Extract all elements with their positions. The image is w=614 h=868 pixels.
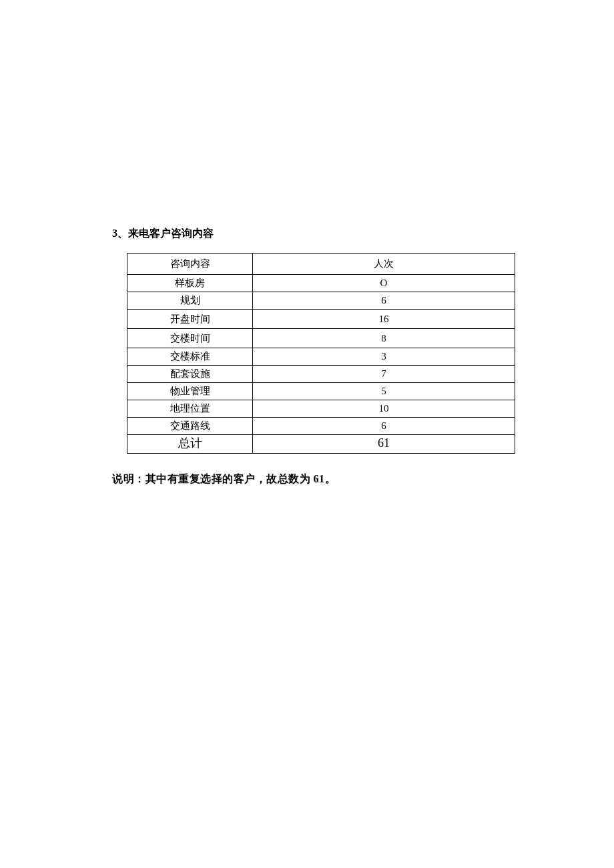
row-label: 样板房 (127, 275, 253, 292)
row-value: 3 (253, 348, 515, 366)
table-header-row: 咨询内容 人次 (127, 254, 515, 275)
row-label: 规划 (127, 292, 253, 310)
row-value: O (253, 275, 515, 292)
row-value: 7 (253, 366, 515, 383)
table-row: 地理位置 10 (127, 400, 515, 418)
row-label: 交通路线 (127, 418, 253, 435)
inquiry-table: 咨询内容 人次 样板房 O 规划 6 开盘时间 16 交楼时间 8 交楼标准 3… (127, 253, 515, 454)
table-row: 规划 6 (127, 292, 515, 310)
table-row: 交通路线 6 (127, 418, 515, 435)
total-label: 总计 (127, 435, 253, 454)
row-value: 8 (253, 329, 515, 348)
table-row: 物业管理 5 (127, 383, 515, 400)
section-title: 3、来电客户咨询内容 (112, 227, 513, 241)
row-label: 物业管理 (127, 383, 253, 400)
row-value: 5 (253, 383, 515, 400)
row-value: 6 (253, 292, 515, 310)
table-total-row: 总计 61 (127, 435, 515, 454)
table-row: 开盘时间 16 (127, 310, 515, 329)
row-label: 开盘时间 (127, 310, 253, 329)
row-label: 交楼时间 (127, 329, 253, 348)
table-row: 交楼时间 8 (127, 329, 515, 348)
header-col1: 咨询内容 (127, 254, 253, 275)
table-row: 交楼标准 3 (127, 348, 515, 366)
row-value: 6 (253, 418, 515, 435)
row-label: 地理位置 (127, 400, 253, 418)
table-row: 样板房 O (127, 275, 515, 292)
row-value: 10 (253, 400, 515, 418)
row-label: 交楼标准 (127, 348, 253, 366)
document-content: 3、来电客户咨询内容 咨询内容 人次 样板房 O 规划 6 开盘时间 16 交楼… (112, 227, 513, 486)
row-label: 配套设施 (127, 366, 253, 383)
row-value: 16 (253, 310, 515, 329)
header-col2: 人次 (253, 254, 515, 275)
total-value: 61 (253, 435, 515, 454)
note-text: 说明：其中有重复选择的客户，故总数为 61。 (112, 472, 513, 486)
table-row: 配套设施 7 (127, 366, 515, 383)
